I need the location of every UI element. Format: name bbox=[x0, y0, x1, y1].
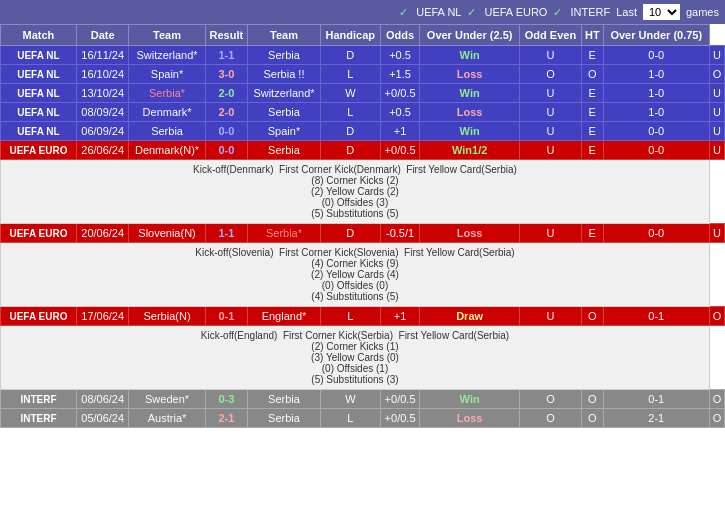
detail-line: (8) Corner Kicks (2) bbox=[311, 175, 398, 186]
detail-line: (0) Offsides (0) bbox=[322, 280, 389, 291]
match-outcome: L bbox=[320, 409, 380, 428]
over-under-075: O bbox=[709, 390, 724, 409]
col-result: Result bbox=[205, 25, 247, 46]
odd-even: E bbox=[581, 103, 603, 122]
table-row: UEFA EURO26/06/24Denmark(N)*0-0SerbiaD+0… bbox=[1, 141, 725, 160]
detail-corner: First Corner Kick(Serbia) bbox=[283, 330, 393, 341]
team1-name[interactable]: Sweden* bbox=[129, 390, 205, 409]
match-outcome: L bbox=[320, 65, 380, 84]
team2-name[interactable]: Serbia !! bbox=[248, 65, 321, 84]
team1-name[interactable]: Spain* bbox=[129, 65, 205, 84]
games-select[interactable]: 10 5 20 bbox=[643, 4, 680, 20]
over-under-075: U bbox=[709, 141, 724, 160]
team2-name[interactable]: Spain* bbox=[248, 122, 321, 141]
team2-name[interactable]: Serbia bbox=[248, 390, 321, 409]
col-over-under-25: Over Under (2.5) bbox=[420, 25, 520, 46]
odds-result: Loss bbox=[420, 103, 520, 122]
over-under-075: O bbox=[709, 409, 724, 428]
odds-result: Loss bbox=[420, 409, 520, 428]
match-result: 2-0 bbox=[205, 103, 247, 122]
over-under-075: U bbox=[709, 46, 724, 65]
ht-result: 0-0 bbox=[603, 224, 709, 243]
over-under-25: U bbox=[519, 122, 581, 141]
table-row: INTERF08/06/24Sweden*0-3SerbiaW+0/0.5Win… bbox=[1, 390, 725, 409]
over-under-25: U bbox=[519, 103, 581, 122]
over-under-075: U bbox=[709, 103, 724, 122]
match-outcome: L bbox=[320, 307, 380, 326]
match-date: 20/06/24 bbox=[76, 224, 129, 243]
team2-name[interactable]: Serbia bbox=[248, 141, 321, 160]
match-result: 1-1 bbox=[205, 224, 247, 243]
over-under-25: U bbox=[519, 46, 581, 65]
col-over-under-075: Over Under (0.75) bbox=[603, 25, 709, 46]
match-badge: UEFA NL bbox=[1, 65, 77, 84]
team1-name[interactable]: Denmark(N)* bbox=[129, 141, 205, 160]
handicap-value: +0.5 bbox=[380, 46, 419, 65]
team2-name[interactable]: Serbia bbox=[248, 46, 321, 65]
odd-even: E bbox=[581, 224, 603, 243]
over-under-25: U bbox=[519, 141, 581, 160]
detail-kickoff: Kick-off(England) bbox=[201, 330, 278, 341]
match-badge: INTERF bbox=[1, 390, 77, 409]
table-row: UEFA EURO20/06/24Slovenia(N)1-1Serbia*D-… bbox=[1, 224, 725, 243]
over-under-075: U bbox=[709, 122, 724, 141]
team1-name[interactable]: Austria* bbox=[129, 409, 205, 428]
match-outcome: W bbox=[320, 390, 380, 409]
detail-line: (2) Yellow Cards (4) bbox=[311, 269, 399, 280]
handicap-value: +0/0.5 bbox=[380, 141, 419, 160]
odds-result: Loss bbox=[420, 65, 520, 84]
filter-interf: INTERF bbox=[570, 6, 610, 18]
handicap-value: +0/0.5 bbox=[380, 390, 419, 409]
detail-yellow: First Yellow Card(Serbia) bbox=[399, 330, 510, 341]
team1-name[interactable]: Serbia(N) bbox=[129, 307, 205, 326]
match-outcome: D bbox=[320, 141, 380, 160]
games-label: games bbox=[686, 6, 719, 18]
odd-even: E bbox=[581, 84, 603, 103]
col-odds: Odds bbox=[380, 25, 419, 46]
odds-result: Draw bbox=[420, 307, 520, 326]
ht-result: 0-0 bbox=[603, 46, 709, 65]
match-badge: UEFA NL bbox=[1, 122, 77, 141]
ht-result: 0-0 bbox=[603, 122, 709, 141]
match-result: 0-3 bbox=[205, 390, 247, 409]
odd-even: O bbox=[581, 65, 603, 84]
handicap-value: -0.5/1 bbox=[380, 224, 419, 243]
col-team1: Team bbox=[129, 25, 205, 46]
team1-name[interactable]: Switzerland* bbox=[129, 46, 205, 65]
match-date: 05/06/24 bbox=[76, 409, 129, 428]
match-result: 0-0 bbox=[205, 122, 247, 141]
team1-name[interactable]: Serbia* bbox=[129, 84, 205, 103]
detail-corner: First Corner Kick(Denmark) bbox=[279, 164, 401, 175]
team1-name[interactable]: Slovenia(N) bbox=[129, 224, 205, 243]
ht-result: 1-0 bbox=[603, 84, 709, 103]
ht-result: 2-1 bbox=[603, 409, 709, 428]
over-under-25: U bbox=[519, 84, 581, 103]
over-under-25: O bbox=[519, 65, 581, 84]
team1-name[interactable]: Serbia bbox=[129, 122, 205, 141]
match-date: 26/06/24 bbox=[76, 141, 129, 160]
match-result: 1-1 bbox=[205, 46, 247, 65]
col-handicap: Handicap bbox=[320, 25, 380, 46]
team2-name[interactable]: Serbia bbox=[248, 409, 321, 428]
over-under-075: U bbox=[709, 224, 724, 243]
table-row: UEFA NL06/09/24Serbia0-0Spain*D+1WinUE0-… bbox=[1, 122, 725, 141]
detail-line: (4) Corner Kicks (9) bbox=[311, 258, 398, 269]
detail-line: (3) Yellow Cards (0) bbox=[311, 352, 399, 363]
team2-name[interactable]: Serbia* bbox=[248, 224, 321, 243]
match-badge: UEFA EURO bbox=[1, 307, 77, 326]
match-date: 06/09/24 bbox=[76, 122, 129, 141]
over-under-25: O bbox=[519, 390, 581, 409]
match-result: 0-0 bbox=[205, 141, 247, 160]
over-under-25: U bbox=[519, 307, 581, 326]
team2-name[interactable]: England* bbox=[248, 307, 321, 326]
handicap-value: +0.5 bbox=[380, 103, 419, 122]
team2-name[interactable]: Switzerland* bbox=[248, 84, 321, 103]
match-date: 16/10/24 bbox=[76, 65, 129, 84]
match-badge: UEFA EURO bbox=[1, 224, 77, 243]
over-under-075: O bbox=[709, 307, 724, 326]
table-row: UEFA NL08/09/24Denmark*2-0SerbiaL+0.5Los… bbox=[1, 103, 725, 122]
team2-name[interactable]: Serbia bbox=[248, 103, 321, 122]
match-badge: UEFA NL bbox=[1, 84, 77, 103]
over-under-075: U bbox=[709, 84, 724, 103]
team1-name[interactable]: Denmark* bbox=[129, 103, 205, 122]
